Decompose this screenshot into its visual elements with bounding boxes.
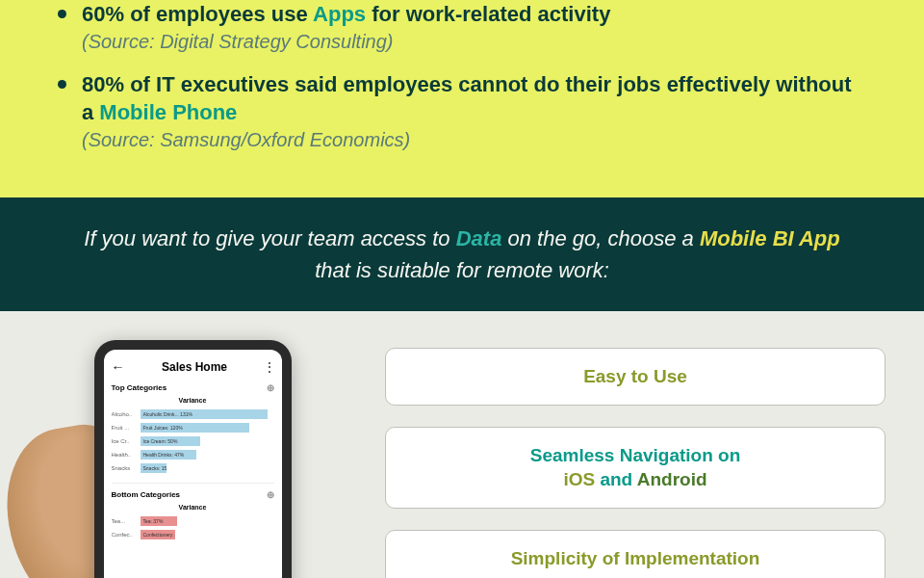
bullet-dot-icon — [58, 10, 66, 18]
bullet-dot-icon — [58, 80, 66, 89]
highlight-mobile-bi: Mobile BI App — [700, 226, 840, 250]
highlight-apps: Apps — [313, 2, 366, 26]
variance-label: Variance — [112, 504, 274, 511]
chart-label: Fruit ... — [112, 425, 141, 431]
feature-navigation: Seamless Navigation on iOS and Android — [385, 427, 886, 509]
back-icon: ← — [112, 359, 125, 375]
bottom-categories-chart: Tea...Tea: 37%Confec..Confectionery: 35% — [112, 516, 274, 539]
chart-row: Ice Cr..Ice Cream: 50% — [112, 436, 274, 446]
cta-band: If you want to give your team access to … — [0, 197, 924, 311]
chart-row: Alcoho..Alcoholic Drink... 131% — [112, 409, 274, 419]
section-top-categories: Top Categories ⊕ — [112, 382, 274, 393]
chart-label: Tea... — [112, 518, 141, 524]
stat-text: 80% of IT executives said employees cann… — [82, 70, 866, 127]
highlight-data: Data — [456, 226, 502, 250]
menu-icon: ⋮ — [264, 360, 273, 374]
feature-easy: Easy to Use — [385, 348, 886, 406]
variance-label: Variance — [112, 397, 274, 404]
chart-label: Alcoho.. — [112, 411, 141, 417]
chart-row: Confec..Confectionery: 35% — [112, 530, 274, 539]
stat-text: 60% of employees use Apps for work-relat… — [82, 0, 866, 29]
highlight-mobile: Mobile Phone — [99, 100, 237, 124]
chart-row: Tea...Tea: 37% — [112, 516, 274, 526]
stat-bullet-2: 80% of IT executives said employees cann… — [58, 70, 866, 151]
chart-bar: Alcoholic Drink... 131% — [141, 409, 268, 419]
chart-bar: Fruit Juices: 120% — [141, 423, 250, 433]
chart-bar: Ice Cream: 50% — [141, 436, 201, 446]
chart-label: Snacks — [112, 465, 141, 471]
divider — [112, 483, 274, 484]
feature-simplicity: Simplicity of Implementation — [385, 530, 886, 578]
phone-app-title: Sales Home — [162, 360, 227, 374]
chart-label: Ice Cr.. — [112, 438, 141, 444]
search-icon: ⊕ — [267, 489, 274, 500]
phone-screen: ← Sales Home ⋮ Top Categories ⊕ Variance… — [104, 350, 282, 578]
chart-bar: Health Drinks: 47% — [141, 450, 196, 460]
chart-row: Fruit ...Fruit Juices: 120% — [112, 423, 274, 433]
stat-source: (Source: Digital Strategy Consulting) — [82, 31, 866, 53]
phone-illustration: ← Sales Home ⋮ Top Categories ⊕ Variance… — [38, 340, 346, 578]
stat-source: (Source: Samsung/Oxford Economics) — [82, 129, 866, 151]
cta-text: If you want to give your team access to … — [67, 223, 857, 286]
search-icon: ⊕ — [267, 382, 274, 393]
chart-bar: Snacks: 15% — [141, 463, 167, 473]
chart-bar: Confectionery: 35% — [141, 530, 175, 539]
stats-section: 60% of employees use Apps for work-relat… — [0, 0, 924, 197]
chart-row: SnacksSnacks: 15% — [112, 463, 274, 473]
features-section: ← Sales Home ⋮ Top Categories ⊕ Variance… — [0, 311, 924, 578]
chart-row: Health..Health Drinks: 47% — [112, 450, 274, 460]
phone-frame: ← Sales Home ⋮ Top Categories ⊕ Variance… — [94, 340, 292, 578]
section-bottom-categories: Bottom Categories ⊕ — [112, 489, 274, 500]
chart-bar: Tea: 37% — [141, 516, 178, 526]
top-categories-chart: Alcoho..Alcoholic Drink... 131%Fruit ...… — [112, 409, 274, 473]
phone-app-header: ← Sales Home ⋮ — [112, 359, 274, 375]
chart-label: Health.. — [112, 452, 141, 458]
stat-bullet-1: 60% of employees use Apps for work-relat… — [58, 0, 866, 53]
chart-label: Confec.. — [112, 532, 141, 538]
feature-list: Easy to Use Seamless Navigation on iOS a… — [385, 340, 886, 578]
